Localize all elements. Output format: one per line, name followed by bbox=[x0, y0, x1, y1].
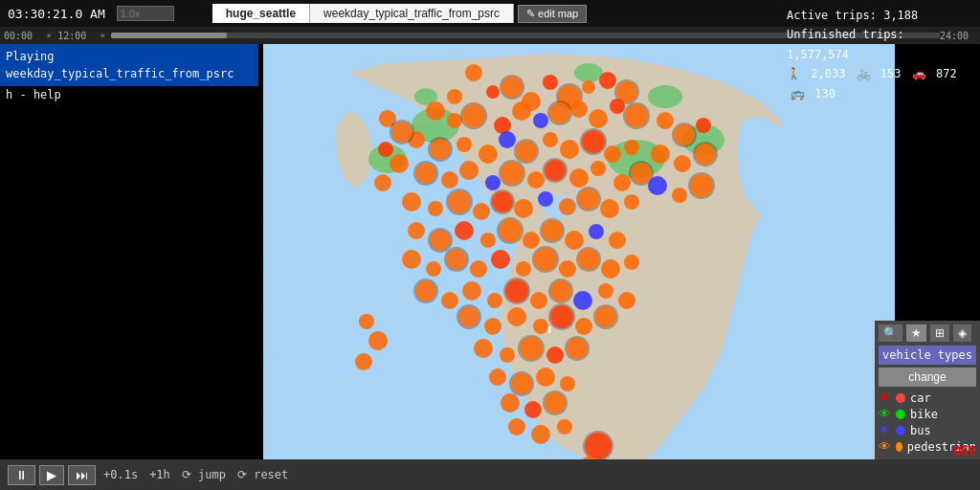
traffic-dot bbox=[533, 113, 548, 128]
active-trips-row: Active trips: 3,188 bbox=[787, 6, 972, 25]
traffic-dot bbox=[505, 279, 528, 302]
traffic-dot bbox=[355, 353, 372, 370]
traffic-dot bbox=[500, 347, 515, 363]
dev-badge: DEV bbox=[950, 441, 980, 459]
eye-toggle[interactable]: 👁 bbox=[879, 390, 891, 405]
traffic-dot bbox=[600, 199, 619, 218]
scenario-tab-1[interactable]: huge_seattle bbox=[212, 4, 310, 23]
traffic-dot bbox=[491, 250, 510, 269]
edit-map-button[interactable]: ✎ edit map bbox=[518, 5, 587, 23]
traffic-dot bbox=[538, 191, 553, 207]
vehicle-name: car bbox=[910, 391, 931, 405]
traffic-dot bbox=[512, 101, 531, 121]
step-button[interactable]: ⏭ bbox=[68, 465, 96, 485]
grid-panel-btn[interactable]: ⊞ bbox=[930, 324, 949, 342]
speed-1h[interactable]: +1h bbox=[145, 466, 174, 483]
traffic-dot bbox=[470, 260, 487, 278]
traffic-dot bbox=[590, 161, 606, 176]
traffic-dot bbox=[462, 104, 485, 127]
traffic-dot bbox=[446, 249, 467, 270]
traffic-dot bbox=[582, 130, 605, 153]
traffic-dot bbox=[415, 280, 436, 301]
vehicle-panel: 🔍 ★ ⊞ ◈ vehicle types change 👁 car 👁 bik… bbox=[875, 321, 980, 459]
scenario-tab-2[interactable]: weekday_typical_traffic_from_psrc bbox=[310, 4, 514, 23]
reset-label[interactable]: ⟳ reset bbox=[234, 466, 292, 483]
traffic-dot bbox=[516, 261, 531, 277]
transport-counts-row: 🚶 2,033 🚲 153 🚗 872 🚌 130 bbox=[787, 64, 972, 103]
traffic-dot bbox=[674, 124, 695, 145]
unfinished-value: 1,577,574 bbox=[787, 48, 849, 61]
traffic-dot bbox=[441, 171, 458, 189]
bike-count: 153 bbox=[880, 67, 902, 80]
vehicle-name: bike bbox=[910, 408, 938, 421]
traffic-dot bbox=[402, 250, 421, 269]
traffic-dot bbox=[447, 113, 462, 128]
eye-toggle[interactable]: 👁 bbox=[879, 423, 891, 437]
traffic-dot bbox=[448, 190, 471, 213]
traffic-dot bbox=[499, 219, 522, 242]
traffic-dot bbox=[479, 145, 498, 164]
pause-button[interactable]: ⏸ bbox=[8, 465, 35, 485]
traffic-dot bbox=[672, 188, 687, 203]
vehicle-row: 👁 bike bbox=[879, 407, 976, 421]
traffic-dot bbox=[426, 101, 445, 121]
traffic-dot bbox=[374, 174, 391, 191]
traffic-dot bbox=[408, 222, 425, 239]
traffic-dot bbox=[492, 191, 513, 212]
traffic-dot bbox=[560, 140, 579, 159]
sun-icon-2: ☀ bbox=[100, 31, 105, 41]
traffic-dot bbox=[485, 175, 501, 190]
bus-count: 130 bbox=[814, 87, 835, 100]
play-button[interactable]: ▶ bbox=[39, 465, 64, 485]
traffic-dot bbox=[570, 100, 588, 118]
traffic-dot bbox=[499, 131, 516, 148]
traffic-dot bbox=[674, 155, 691, 172]
traffic-dot bbox=[359, 314, 374, 329]
vehicle-row: 👁 car bbox=[879, 390, 976, 405]
star-panel-btn[interactable]: ★ bbox=[906, 324, 926, 342]
traffic-dot bbox=[534, 248, 557, 271]
traffic-dot bbox=[486, 85, 500, 99]
eye-toggle[interactable]: 👁 bbox=[879, 439, 891, 454]
svg-point-7 bbox=[648, 85, 682, 108]
search-panel-btn[interactable]: 🔍 bbox=[879, 324, 902, 342]
traffic-dot bbox=[487, 293, 502, 308]
traffic-dot bbox=[536, 368, 555, 387]
traffic-dot bbox=[578, 189, 599, 210]
traffic-dot bbox=[458, 306, 479, 327]
traffic-dot bbox=[457, 137, 472, 152]
timeline-start: 00:00 bbox=[4, 31, 33, 41]
unfinished-label: Unfinished trips: bbox=[787, 28, 904, 41]
traffic-dot bbox=[368, 331, 388, 350]
traffic-dot bbox=[530, 292, 547, 309]
vehicle-name: bus bbox=[910, 424, 931, 437]
traffic-dot bbox=[624, 194, 639, 210]
traffic-dot bbox=[549, 102, 570, 123]
speed-01s[interactable]: +0.1s bbox=[100, 466, 142, 483]
speed-input[interactable] bbox=[117, 6, 174, 21]
traffic-dot bbox=[523, 232, 540, 249]
eye-toggle[interactable]: 👁 bbox=[879, 407, 891, 421]
vehicle-types-label: vehicle types bbox=[879, 345, 976, 365]
bus-icon: 🚌 bbox=[791, 87, 805, 100]
traffic-dot bbox=[599, 72, 616, 89]
traffic-dot bbox=[511, 373, 532, 394]
traffic-dot bbox=[542, 220, 563, 241]
traffic-dot bbox=[520, 337, 543, 360]
jump-label[interactable]: ⟳ jump bbox=[178, 466, 230, 483]
traffic-dot bbox=[430, 139, 451, 160]
sun-icon-1: ☀ bbox=[46, 31, 52, 41]
traffic-dot bbox=[426, 261, 441, 277]
traffic-dot bbox=[378, 142, 393, 157]
traffic-dot bbox=[613, 174, 631, 191]
unfinished-trips-row: Unfinished trips: 1,577,574 bbox=[787, 25, 972, 64]
layers-panel-btn[interactable]: ◈ bbox=[953, 324, 971, 342]
traffic-dot bbox=[402, 192, 421, 212]
playing-label: Playing weekday_typical_traffic_from_psr… bbox=[6, 50, 234, 80]
traffic-dot bbox=[514, 199, 533, 218]
traffic-dot bbox=[575, 318, 592, 335]
change-button[interactable]: change bbox=[879, 368, 976, 387]
traffic-dot bbox=[390, 154, 409, 173]
active-trips-label: Active trips: bbox=[787, 9, 877, 22]
traffic-dot bbox=[531, 425, 550, 444]
